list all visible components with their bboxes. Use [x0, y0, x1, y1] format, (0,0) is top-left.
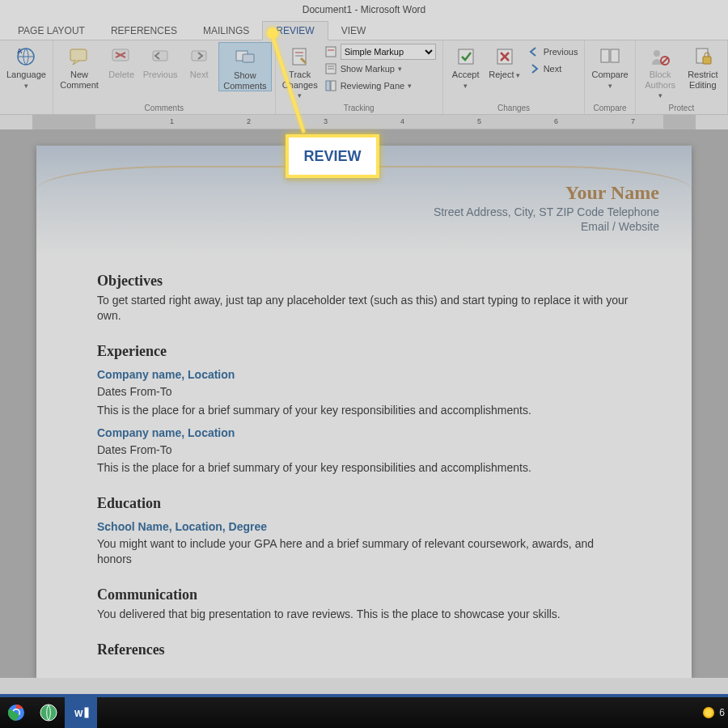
previous-comment-button[interactable]: Previous	[141, 42, 180, 80]
previous-comment-label: Previous	[143, 70, 178, 80]
previous-comment-icon	[149, 45, 171, 68]
new-comment-icon	[68, 45, 91, 68]
markup-mode-select-row[interactable]: Simple Markup	[321, 44, 439, 60]
show-comments-label: Show Comments	[222, 70, 267, 91]
tab-view[interactable]: VIEW	[328, 22, 379, 40]
section-education-heading[interactable]: Education	[97, 495, 631, 512]
section-experience-heading[interactable]: Experience	[97, 343, 631, 360]
ruler-right-margin	[663, 115, 696, 129]
block-authors-label: Block Authors	[642, 70, 679, 100]
new-comment-label: New Comment	[60, 70, 99, 90]
accept-label: Accept	[450, 70, 482, 90]
svg-text:A: A	[17, 47, 23, 55]
experience-1-desc[interactable]: This is the place for a brief summary of…	[97, 403, 631, 418]
svg-rect-9	[243, 54, 254, 62]
new-comment-button[interactable]: New Comment	[57, 42, 102, 90]
reject-button[interactable]: Reject	[485, 42, 524, 80]
svg-rect-20	[459, 49, 473, 64]
word-icon: W	[72, 704, 90, 722]
reject-icon	[493, 45, 516, 68]
previous-change-label: Previous	[544, 47, 578, 57]
svg-rect-13	[326, 47, 336, 57]
ruler-tick: 2	[247, 117, 251, 125]
section-communication-heading[interactable]: Communication	[97, 586, 631, 603]
ruler-tick: 6	[554, 117, 558, 125]
section-objectives-text[interactable]: To get started right away, just tap any …	[97, 293, 631, 324]
show-comments-icon	[234, 46, 256, 69]
previous-change-button[interactable]: Previous	[524, 44, 582, 60]
group-tracking-label: Tracking	[279, 103, 439, 114]
group-language-label	[3, 103, 49, 114]
svg-rect-24	[601, 49, 609, 62]
svg-line-28	[662, 57, 668, 64]
experience-2-company[interactable]: Company name, Location	[97, 426, 631, 439]
markup-mode-icon	[324, 45, 337, 58]
ribbon-tabs: PAGE LAYOUT REFERENCES MAILINGS REVIEW V…	[0, 19, 728, 40]
ruler-left-margin	[32, 115, 95, 129]
taskbar-word[interactable]: W	[65, 697, 97, 728]
group-comments-label: Comments	[57, 103, 272, 114]
experience-2-dates[interactable]: Dates From-To	[97, 442, 631, 458]
block-authors-icon	[649, 45, 671, 68]
horizontal-ruler[interactable]: 1 2 3 4 5 6 7	[32, 115, 696, 129]
experience-1-company[interactable]: Company name, Location	[97, 368, 631, 381]
document-page[interactable]: Your Name Street Address, City, ST ZIP C…	[36, 146, 692, 678]
ruler-tick: 3	[324, 117, 328, 125]
resume-name[interactable]: Your Name	[434, 182, 659, 204]
section-references-heading[interactable]: References	[97, 641, 631, 658]
delete-comment-icon	[110, 45, 133, 68]
reviewing-pane-button[interactable]: Reviewing Pane	[321, 78, 439, 94]
section-objectives-heading[interactable]: Objectives	[97, 273, 631, 290]
tab-references[interactable]: REFERENCES	[98, 22, 190, 40]
section-communication-text[interactable]: You delivered that big presentation to r…	[97, 607, 631, 622]
group-compare-label: Compare	[588, 103, 631, 114]
markup-mode-select[interactable]: Simple Markup	[341, 44, 436, 60]
next-comment-button[interactable]: Next	[180, 42, 218, 80]
weather-icon	[703, 707, 714, 718]
next-comment-label: Next	[190, 70, 209, 80]
show-comments-button[interactable]: Show Comments	[218, 42, 271, 91]
review-callout: REVIEW	[286, 134, 379, 178]
experience-1-dates[interactable]: Dates From-To	[97, 384, 631, 400]
next-change-icon	[527, 62, 540, 75]
taskbar-chrome[interactable]	[0, 697, 32, 728]
block-authors-button[interactable]: Block Authors	[639, 42, 682, 100]
tab-mailings[interactable]: MAILINGS	[190, 22, 262, 40]
taskbar-app[interactable]	[32, 697, 65, 728]
group-changes-label: Changes	[447, 103, 582, 114]
show-markup-button[interactable]: Show Markup	[321, 61, 439, 77]
chrome-icon	[7, 704, 25, 722]
svg-rect-30	[703, 57, 711, 64]
resume-address[interactable]: Street Address, City, ST ZIP Code Teleph…	[434, 205, 659, 218]
language-label: Language	[6, 70, 46, 90]
tab-page-layout[interactable]: PAGE LAYOUT	[5, 22, 98, 40]
language-button[interactable]: A Language	[3, 42, 49, 90]
education-school[interactable]: School Name, Location, Degree	[97, 520, 631, 533]
previous-change-icon	[527, 45, 540, 58]
restrict-editing-button[interactable]: Restrict Editing	[682, 42, 724, 90]
delete-comment-label: Delete	[108, 70, 134, 80]
delete-comment-button[interactable]: Delete	[102, 42, 141, 80]
show-markup-label: Show Markup	[341, 64, 395, 74]
ruler-tick: 5	[477, 117, 481, 125]
taskbar[interactable]: W 6	[0, 694, 728, 728]
language-icon: A	[15, 45, 37, 68]
experience-2-desc[interactable]: This is the place for a brief summary of…	[97, 460, 631, 476]
reject-label: Reject	[489, 70, 520, 80]
compare-button[interactable]: Compare	[588, 42, 631, 90]
accept-button[interactable]: Accept	[447, 42, 485, 90]
document-canvas[interactable]: Your Name Street Address, City, ST ZIP C…	[0, 129, 728, 678]
resume-email[interactable]: Email / Website	[434, 220, 659, 233]
svg-rect-25	[611, 49, 619, 62]
ruler-tick: 7	[631, 117, 635, 125]
group-protect-label: Protect	[639, 103, 724, 114]
svg-rect-38	[84, 707, 89, 718]
reviewing-pane-icon	[324, 79, 337, 92]
svg-rect-18	[326, 81, 330, 91]
svg-rect-2	[70, 49, 87, 61]
education-desc[interactable]: You might want to include your GPA here …	[97, 536, 631, 567]
ruler-tick: 4	[400, 117, 404, 125]
ribbon: A Language New Comment Delete Previous	[0, 40, 728, 115]
next-change-button[interactable]: Next	[524, 61, 582, 77]
svg-text:W: W	[74, 709, 83, 718]
